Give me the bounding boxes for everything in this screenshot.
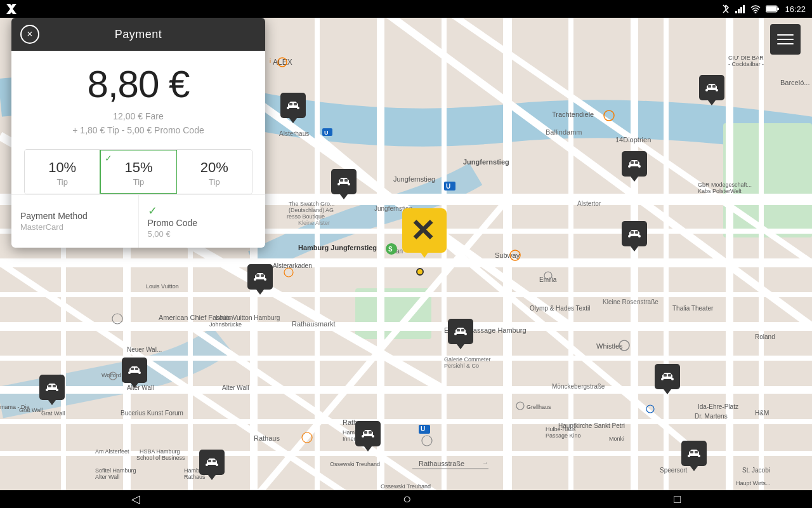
payment-method-label: Payment Method [20,211,129,221]
taxi-marker[interactable] [330,169,358,201]
svg-rect-147 [340,179,343,182]
tip-10-label: Tip [31,177,93,187]
svg-rect-189 [254,278,256,281]
svg-rect-177 [46,389,48,391]
hamburger-line [777,34,794,36]
payment-method-value: MasterCard [20,222,129,232]
svg-text:14Dioptrien: 14Dioptrien [615,136,651,144]
svg-text:Jungfernstieg: Jungfernstieg [463,158,509,166]
tip-15-label: Tip [107,177,169,187]
taxi-pointer [48,400,56,405]
svg-rect-2 [738,9,740,13]
svg-text:Hauptkirche Sankt Petri: Hauptkirche Sankt Petri [558,422,625,429]
svg-rect-173 [128,371,131,374]
svg-rect-166 [671,378,674,380]
taxi-marker[interactable] [447,319,475,351]
taxi-marker[interactable] [38,375,66,406]
tip-selection: 10% Tip ✓ 15% Tip 20% Tip [24,149,252,194]
tip-15-button[interactable]: ✓ 15% Tip [100,149,177,194]
taxi-pointer [708,100,716,105]
taxi-pointer [631,246,638,251]
svg-rect-180 [53,385,56,387]
svg-rect-178 [56,389,58,391]
taxi-box [355,421,381,446]
taxi-box [655,364,680,389]
taxi-marker[interactable] [653,364,681,396]
svg-text:The Swatch Gro...: The Swatch Gro... [289,201,335,207]
svg-text:Haupt Wirts...: Haupt Wirts... [736,480,771,486]
taxi-marker[interactable] [121,358,148,389]
svg-rect-183 [208,460,211,462]
taxi-marker[interactable] [246,264,274,296]
taxi-marker[interactable] [279,93,307,124]
tip-20-button[interactable]: 20% Tip [177,150,252,194]
svg-text:Alsterarkaden: Alsterarkaden [273,262,312,269]
svg-rect-153 [705,89,708,91]
svg-rect-4 [743,5,745,13]
svg-text:✕: ✕ [410,214,435,248]
taxi-marker[interactable] [620,221,648,253]
svg-rect-174 [138,371,141,374]
close-button[interactable]: × [20,25,39,44]
svg-rect-149 [628,165,631,168]
svg-text:St. Jacobi: St. Jacobi [742,467,770,474]
svg-rect-179 [48,385,51,387]
svg-rect-169 [362,435,364,438]
taxi-pointer [131,383,138,388]
back-button[interactable]: ◁ [131,492,140,506]
taxi-marker[interactable] [198,450,226,481]
svg-text:resso Boutique: resso Boutique [287,213,325,220]
taxi-marker[interactable] [354,421,382,453]
svg-text:Kabs PolsterWelt: Kabs PolsterWelt [698,188,742,194]
promo-code-label: Promo Code [148,218,198,228]
promo-code-section[interactable]: ✓ Promo Code 5,00 € [139,195,266,248]
fare-base: 12,00 € Fare [113,111,163,121]
payment-title: Payment [11,28,265,41]
taxi-box [122,358,147,383]
svg-rect-142 [297,107,299,109]
svg-text:Alter Wall: Alter Wall [222,384,249,391]
svg-rect-8 [777,8,779,10]
taxi-marker[interactable] [620,151,648,183]
svg-rect-164 [461,329,464,331]
svg-text:Monki: Monki [609,436,624,442]
taxi-pointer [208,475,216,480]
svg-text:Olymp & Hades Textil: Olymp & Hades Textil [530,305,590,312]
svg-rect-143 [289,103,292,105]
recents-button[interactable]: □ [674,493,681,506]
svg-rect-151 [631,161,634,164]
svg-text:Thalia Theater: Thalia Theater [672,305,714,312]
payment-method-section[interactable]: Payment Method MasterCard [11,195,139,248]
svg-rect-168 [668,374,671,377]
svg-text:(Deutschland) AG: (Deutschland) AG [289,207,334,213]
svg-rect-157 [628,235,631,237]
app-logo-marker[interactable]: ✕ [402,208,447,255]
taxi-box [622,151,647,177]
svg-rect-176 [135,368,138,370]
svg-rect-145 [337,183,340,185]
fare-details: 12,00 € Fare + 1,80 € Tip - 5,00 € Promo… [24,109,252,138]
taxi-box [448,319,473,344]
svg-text:Hamburg Jungfernstieg: Hamburg Jungfernstieg [298,244,377,251]
taxi-box [699,75,724,100]
svg-text:Neuer Wal...: Neuer Wal... [127,346,162,353]
svg-text:Trachtendiele: Trachtendiele [552,110,594,118]
tip-10-button[interactable]: 10% Tip [25,150,100,194]
tip-10-percent: 10% [31,159,93,176]
home-button[interactable]: ○ [403,491,411,507]
svg-text:- Cocktailbar -: - Cocktailbar - [728,61,764,67]
taxi-marker[interactable] [698,75,726,107]
svg-text:Barceló...: Barceló... [780,79,809,86]
svg-rect-141 [287,107,289,109]
svg-rect-158 [638,235,641,237]
time-display: 16:22 [785,4,806,14]
taxi-box [622,221,647,246]
svg-rect-184 [213,460,216,462]
taxi-pointer [289,118,297,123]
x-logo-icon [6,4,16,14]
hamburger-menu-button[interactable] [770,24,801,55]
taxi-marker[interactable] [680,441,708,472]
svg-text:Alter Wall: Alter Wall [95,474,119,480]
svg-rect-165 [661,378,664,380]
svg-text:CIU' DIE BAR: CIU' DIE BAR [728,55,764,61]
